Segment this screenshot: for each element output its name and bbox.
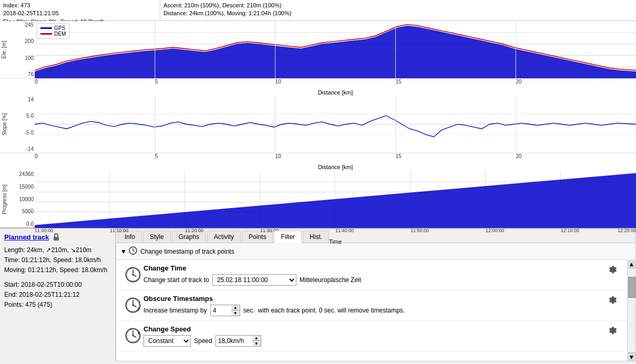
obscure-spin-down[interactable]: ▼: [231, 310, 240, 316]
progress-ylabel: Progress [m]: [2, 184, 7, 214]
expand-arrow[interactable]: ▼: [120, 248, 127, 255]
right-tab-panel: Info Style Graphs Activity Points Filter…: [116, 228, 636, 361]
speed-title: Change Speed: [143, 325, 605, 333]
scroll-thumb[interactable]: [628, 277, 635, 298]
top-info-bar: Index: 473 2018-02-25T11:21:05 Ele.: 80m…: [0, 0, 636, 21]
obscure-spin-up[interactable]: ▲: [231, 305, 240, 310]
change-time-row: Change start of track to 25.02.18 11:00:…: [143, 274, 605, 286]
svg-point-38: [132, 274, 134, 275]
slope-yaxis: 14 5.0 -5.0 -14: [8, 96, 35, 153]
progress-xaxis: 11:00:00 11:10:00 11:20:00 11:30:00 11:4…: [35, 228, 636, 238]
points-label: Points: 475 (475): [4, 300, 111, 310]
elev-chart-body: GPS DEM: [35, 21, 636, 78]
obscure-suffix: with each track point. 0 sec. will remov…: [258, 307, 405, 314]
elev-svg: [35, 21, 636, 78]
filter-scrollbar[interactable]: ▲ ▼: [627, 260, 635, 361]
obscure-unit: sec.: [243, 307, 255, 314]
svg-line-33: [133, 251, 135, 252]
filter-tab-content: ▼ Change timestamp of track points: [116, 243, 635, 361]
change-time-date-select[interactable]: 25.02.18 11:00:00: [212, 274, 296, 286]
elev-xaxis: 0 5 10 15 20: [35, 79, 636, 89]
start-label: Start: 2018-02-25T10:00:00: [4, 280, 111, 290]
progress-xaxis-row: 11:00:00 11:10:00 11:20:00 11:30:00 11:4…: [0, 228, 636, 238]
change-time-timezone: Mitteleuropäische Zeit: [300, 276, 361, 284]
speed-body: Change Speed Constant Speed ▲: [143, 325, 605, 347]
charts-area: Ele. [m] 245 200 100 76: [0, 21, 636, 228]
time-label: Time: 01:21:12h, Speed: 18.0km/h: [4, 255, 111, 265]
slope-xaxis-row: 0 5 10 15 20: [0, 153, 636, 164]
slope-chart-wrap: Slope [%] 14 5.0 -5.0 -14: [0, 96, 636, 153]
obscure-spinner[interactable]: ▲ ▼: [210, 305, 240, 316]
dem-legend-label: DEM: [54, 31, 66, 37]
speed-icon: [122, 325, 143, 344]
obscure-prefix: Increase timestamp by: [143, 307, 207, 314]
speed-row: Constant Speed ▲ ▼: [143, 335, 605, 347]
filter-item-obscure: ? Obscure Timestamps Increase timestamp …: [116, 290, 627, 321]
slope-ylabel: Slope [%]: [2, 113, 7, 136]
filter-scroll-area: Change Time Change start of track to 25.…: [116, 260, 635, 361]
obscure-row: Increase timestamp by ▲ ▼ sec. with e: [143, 305, 605, 316]
progress-yaxis: 24360 15000 10000 5000 0.0: [8, 170, 35, 228]
speed-spin-up[interactable]: ▲: [252, 336, 261, 341]
gps-legend-color: [40, 27, 52, 29]
filter-header: ▼ Change timestamp of track points: [116, 243, 635, 260]
elev-ylabel: Ele. [m]: [2, 41, 7, 59]
slope-xlabel: Distance [km]: [35, 164, 636, 170]
track-stats: Length: 24km, ↗210m, ↘210m Time: 01:21:1…: [4, 245, 111, 310]
speed-spin-down[interactable]: ▼: [252, 341, 261, 346]
obscure-spin-btns: ▲ ▼: [231, 305, 240, 316]
svg-text:?: ?: [137, 306, 140, 312]
change-time-prefix: Change start of track to: [143, 276, 209, 284]
filter-header-clock: [129, 246, 137, 256]
filter-item-speed: Change Speed Constant Speed ▲: [116, 321, 627, 351]
moving-label: Moving: 01:21:12h, Speed: 18.0km/h: [4, 265, 111, 275]
dem-legend-color: [40, 33, 52, 35]
svg-point-49: [132, 335, 134, 336]
speed-gear[interactable]: [605, 325, 621, 337]
filter-header-label: Change timestamp of track points: [140, 248, 234, 255]
filter-item-change-time: Change Time Change start of track to 25.…: [116, 260, 627, 290]
distance-moving-label: Distance: 24km (100%), Moving: 1:21:04h …: [163, 9, 633, 17]
gps-legend-label: GPS: [54, 25, 65, 31]
left-info-panel: Planned track Length: 24km, ↗210m, ↘210m…: [0, 228, 116, 361]
obscure-icon: ?: [122, 295, 143, 314]
slope-xaxis: 0 5 10 15 20: [35, 153, 636, 164]
obscure-body: Obscure Timestamps Increase timestamp by…: [143, 295, 605, 316]
length-label: Length: 24km, ↗210m, ↘210m: [4, 245, 111, 255]
change-time-title: Change Time: [143, 264, 605, 272]
scroll-up-btn[interactable]: ▲: [628, 260, 635, 268]
change-time-icon: [122, 264, 143, 283]
bottom-panel: Planned track Length: 24km, ↗210m, ↘210m…: [0, 228, 636, 361]
slope-chart-body: [35, 96, 636, 153]
change-time-body: Change Time Change start of track to 25.…: [143, 264, 605, 286]
obscure-gear[interactable]: [605, 295, 621, 306]
top-left-info: Index: 473 2018-02-25T11:21:05 Ele.: 80m…: [0, 0, 160, 20]
ascent-descent-label: Ascent: 210m (100%), Descent: 210m (100%…: [163, 2, 633, 9]
progress-chart-body: [35, 170, 636, 228]
elevation-chart-wrap: Ele. [m] 245 200 100 76: [0, 21, 636, 79]
change-time-gear[interactable]: [605, 264, 621, 276]
elev-xaxis-row: 0 5 10 15 20: [0, 79, 636, 89]
top-right-info: Ascent: 210m (100%), Descent: 210m (100%…: [160, 0, 636, 20]
progress-svg: [35, 170, 636, 228]
progress-xlabel: Time: [35, 238, 636, 245]
filter-items-list: Change Time Change start of track to 25.…: [116, 260, 627, 361]
scroll-down-btn[interactable]: ▼: [628, 352, 635, 361]
tab-filter[interactable]: Filter: [274, 231, 302, 243]
elev-yaxis: 245 200 100 76: [8, 21, 35, 78]
end-label: End: 2018-02-25T11:21:12: [4, 290, 111, 300]
speed-type-select[interactable]: Constant: [143, 335, 191, 347]
speed-spinner[interactable]: ▲ ▼: [216, 335, 261, 347]
elev-legend: GPS DEM: [37, 23, 69, 39]
speed-label: Speed: [194, 337, 212, 345]
svg-point-43: [132, 304, 134, 306]
obscure-seconds-input[interactable]: [210, 305, 231, 316]
datetime-label: 2018-02-25T11:21:05: [3, 9, 157, 17]
slope-svg: [35, 96, 636, 153]
index-label: Index: 473: [3, 2, 157, 9]
speed-spin-btns: ▲ ▼: [252, 335, 261, 347]
progress-chart-wrap: Progress [m] 24360 15000 10000 5000 0.0: [0, 170, 636, 228]
speed-value-input[interactable]: [216, 335, 252, 347]
elev-xlabel: Distance [km]: [35, 89, 636, 96]
obscure-title: Obscure Timestamps: [143, 295, 605, 303]
